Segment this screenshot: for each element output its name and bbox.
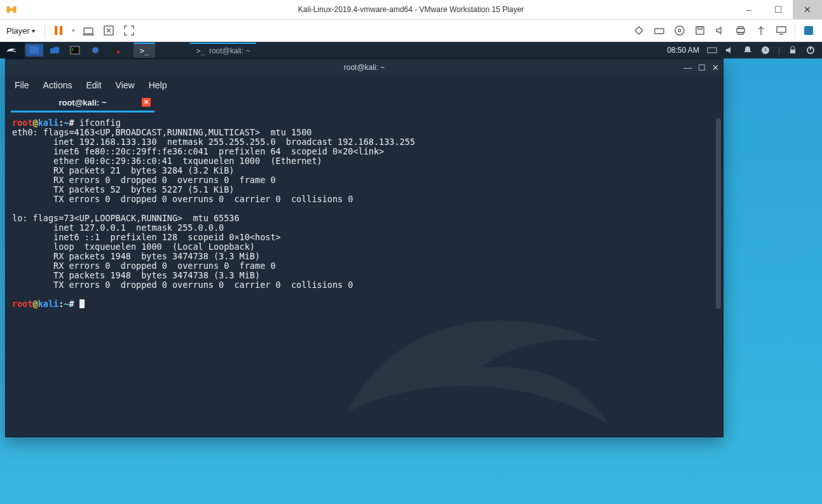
chevron-down-icon[interactable]: ▾ bbox=[72, 27, 75, 34]
menu-help[interactable]: Help bbox=[149, 80, 167, 90]
vmware-tray-icon[interactable] bbox=[0, 0, 23, 19]
network-adapter-icon[interactable] bbox=[632, 24, 646, 37]
taskbar-window-terminal-1[interactable]: >_ bbox=[134, 43, 155, 58]
svg-rect-0 bbox=[55, 26, 57, 35]
vmware-toolbar: Player ▾ ▾ bbox=[0, 20, 822, 42]
lock-screen-icon[interactable] bbox=[788, 45, 798, 55]
svg-point-16 bbox=[92, 47, 99, 53]
hard-disk-icon[interactable] bbox=[652, 24, 666, 37]
toolbar-separator bbox=[795, 24, 795, 37]
display-icon[interactable] bbox=[774, 24, 788, 37]
svg-rect-14 bbox=[30, 46, 39, 54]
kali-top-panel: >_ >_ root@kali: ~ 08:50 AM | bbox=[0, 42, 822, 58]
host-minimize-button[interactable]: – bbox=[734, 0, 764, 19]
taskbar-window-terminal-2[interactable]: >_ root@kali: ~ bbox=[189, 43, 256, 58]
window-minimize-button[interactable]: — bbox=[683, 63, 692, 72]
menu-actions[interactable]: Actions bbox=[43, 80, 72, 90]
host-window-titlebar: Kali-Linux-2019.4-vmware-amd64 - VMware … bbox=[0, 0, 822, 20]
svg-rect-13 bbox=[804, 26, 813, 35]
guest-desktop[interactable]: >_ >_ root@kali: ~ 08:50 AM | root bbox=[0, 42, 822, 504]
host-maximize-button[interactable]: ☐ bbox=[764, 0, 793, 19]
terminal-window[interactable]: root@kali: ~ — ☐ ✕ File Actions Edit Vie… bbox=[5, 58, 723, 437]
svg-point-18 bbox=[117, 51, 120, 53]
terminal-icon: >_ bbox=[196, 46, 205, 55]
chevron-down-icon: ▾ bbox=[32, 27, 35, 34]
svg-rect-21 bbox=[790, 50, 795, 53]
volume-icon[interactable] bbox=[725, 45, 735, 55]
fit-guest-button[interactable] bbox=[102, 24, 116, 37]
usb-icon[interactable] bbox=[754, 24, 768, 37]
floppy-icon[interactable] bbox=[693, 24, 707, 37]
sound-card-icon[interactable] bbox=[713, 24, 727, 37]
terminal-window-titlebar[interactable]: root@kali: ~ — ☐ ✕ bbox=[6, 59, 723, 76]
tab-close-button[interactable]: ✕ bbox=[142, 98, 151, 107]
power-icon[interactable] bbox=[805, 45, 816, 55]
svg-point-6 bbox=[678, 29, 681, 32]
notifications-icon[interactable] bbox=[743, 45, 753, 55]
player-menu-label: Player bbox=[6, 26, 30, 36]
unity-mode-button[interactable] bbox=[802, 24, 816, 37]
svg-rect-2 bbox=[84, 28, 93, 34]
svg-rect-7 bbox=[696, 27, 704, 34]
taskbar-window-label: root@kali: ~ bbox=[209, 46, 250, 55]
window-close-button[interactable]: ✕ bbox=[712, 63, 719, 72]
svg-rect-11 bbox=[738, 32, 743, 34]
svg-point-5 bbox=[675, 26, 684, 35]
terminal-cursor bbox=[79, 299, 85, 308]
menu-file[interactable]: File bbox=[15, 80, 29, 90]
terminal-tab-1[interactable]: root@kali: ~ ✕ bbox=[11, 94, 154, 112]
svg-rect-12 bbox=[777, 27, 786, 32]
terminal-tab-label: root@kali: ~ bbox=[16, 98, 149, 107]
svg-rect-10 bbox=[738, 27, 743, 29]
file-manager-launcher[interactable] bbox=[46, 44, 64, 57]
show-desktop-button[interactable] bbox=[25, 44, 43, 57]
terminal-menu-bar: File Actions Edit View Help bbox=[6, 76, 723, 95]
keyboard-layout-icon[interactable] bbox=[707, 45, 717, 55]
svg-rect-1 bbox=[60, 26, 62, 35]
browser-launcher[interactable] bbox=[86, 44, 104, 57]
kali-applications-menu[interactable] bbox=[0, 42, 24, 58]
metasploit-launcher[interactable] bbox=[107, 44, 125, 57]
terminal-output: root@kali:~# ifconfig eth0: flags=4163<U… bbox=[12, 118, 716, 309]
menu-view[interactable]: View bbox=[116, 80, 135, 90]
terminal-body[interactable]: root@kali:~# ifconfig eth0: flags=4163<U… bbox=[6, 113, 723, 437]
toolbar-separator bbox=[45, 24, 45, 37]
terminal-scrollbar[interactable] bbox=[716, 118, 721, 309]
cd-dvd-icon[interactable] bbox=[673, 24, 687, 37]
player-menu-button[interactable]: Player ▾ bbox=[6, 26, 35, 36]
printer-icon[interactable] bbox=[734, 24, 748, 37]
updates-icon[interactable] bbox=[760, 45, 771, 55]
terminal-window-title: root@kali: ~ bbox=[344, 63, 385, 72]
menu-edit[interactable]: Edit bbox=[86, 80, 101, 90]
send-ctrl-alt-del-button[interactable] bbox=[81, 24, 95, 37]
terminal-launcher[interactable] bbox=[66, 44, 84, 57]
fullscreen-button[interactable] bbox=[122, 24, 136, 37]
pause-vm-button[interactable] bbox=[51, 24, 65, 37]
svg-rect-9 bbox=[737, 29, 744, 32]
window-maximize-button[interactable]: ☐ bbox=[698, 63, 706, 72]
svg-rect-19 bbox=[708, 48, 716, 53]
svg-rect-15 bbox=[71, 46, 79, 54]
svg-rect-4 bbox=[655, 29, 664, 34]
host-close-button[interactable]: ✕ bbox=[793, 0, 822, 19]
host-window-title: Kali-Linux-2019.4-vmware-amd64 - VMware … bbox=[0, 5, 822, 14]
terminal-tab-bar: root@kali: ~ ✕ bbox=[6, 95, 723, 113]
svg-rect-8 bbox=[698, 27, 702, 29]
terminal-icon: >_ bbox=[140, 46, 149, 55]
panel-clock[interactable]: 08:50 AM bbox=[667, 46, 699, 55]
